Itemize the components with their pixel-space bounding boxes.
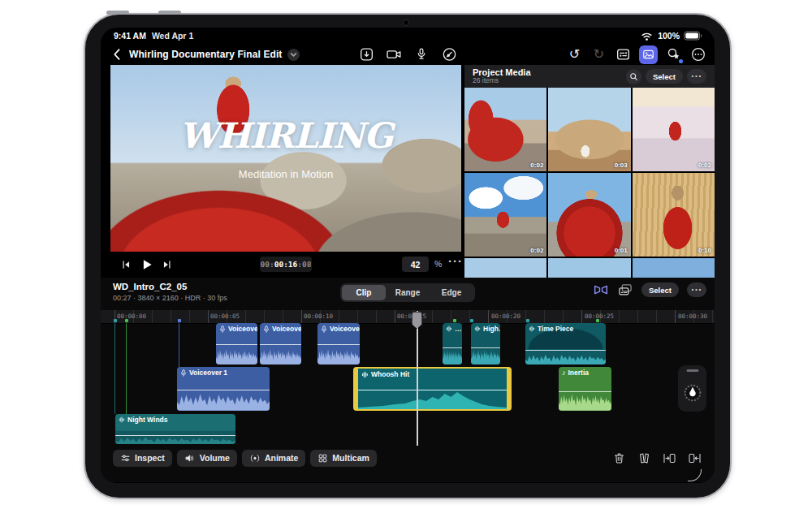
media-thumbnail[interactable]: 0:02 <box>464 173 546 257</box>
timecode-hours: 00: <box>261 260 274 269</box>
jog-wheel-widget[interactable] <box>678 365 706 412</box>
waveform-icon <box>361 371 369 378</box>
drag-handle[interactable] <box>686 369 698 372</box>
playhead-line[interactable] <box>417 311 418 446</box>
timeline-clip-meta: 00:27 · 3840 × 2160 · HDR · 30 fps <box>113 294 227 302</box>
pencil-tool-button[interactable] <box>441 46 458 63</box>
chevron-left-icon <box>112 48 121 61</box>
media-thumbnail[interactable]: 0:02 <box>464 88 546 171</box>
media-thumbnail[interactable] <box>464 258 546 278</box>
media-thumbnail[interactable]: 0:10 <box>633 173 715 257</box>
undo-button[interactable]: ↺ <box>566 46 583 63</box>
clip-marker-dot <box>470 319 473 322</box>
inspector-icon <box>615 46 632 63</box>
clip-marker-dot <box>178 319 181 322</box>
overwrite-clip-button[interactable] <box>688 451 702 465</box>
mic-icon <box>180 369 187 377</box>
sliders-icon <box>120 453 131 464</box>
clip-name: Voiceover 2 <box>228 325 257 333</box>
timecode-frames: :08 <box>297 260 311 269</box>
timecode-display[interactable]: 00:00:16:08 <box>260 257 312 272</box>
timeline-more-button[interactable]: ··· <box>687 283 706 297</box>
microphone-icon <box>414 46 430 63</box>
multicam-button[interactable]: Multicam <box>310 450 377 467</box>
media-thumbnail[interactable]: 0:02 <box>633 88 715 171</box>
pencil-icon <box>441 46 457 63</box>
timeline-select-button[interactable]: Select <box>641 283 679 297</box>
edit-mode-segmented-control: Clip Range Edge <box>340 283 475 302</box>
record-voiceover-button[interactable] <box>413 46 430 63</box>
more-button[interactable] <box>689 46 706 63</box>
clip-name: Time Piece <box>538 325 573 333</box>
media-thumbnail[interactable]: 0:03 <box>548 88 630 171</box>
mode-edge[interactable]: Edge <box>430 285 473 300</box>
media-select-button[interactable]: Select <box>646 69 683 84</box>
connect-clips-button[interactable] <box>593 282 609 298</box>
keyframe-icon <box>249 453 261 464</box>
status-bar: 9:41 AM Wed Apr 1 100% <box>101 28 715 44</box>
redo-button[interactable]: ↻ <box>590 46 607 63</box>
timeline-clip-timepiece[interactable]: Time Piece <box>525 323 606 364</box>
delete-button[interactable] <box>612 451 626 465</box>
media-thumbnail[interactable]: 0:01 <box>548 173 630 257</box>
insert-clip-button[interactable] <box>663 451 676 465</box>
inspector-button[interactable] <box>615 46 632 63</box>
grid-icon <box>317 453 328 464</box>
mode-range[interactable]: Range <box>386 285 430 300</box>
viewer-zoom-unit: % <box>434 259 442 269</box>
media-thumbnail[interactable] <box>548 258 630 278</box>
timeline-clip-voiceover3[interactable]: Voiceover 3 <box>317 323 360 364</box>
front-camera <box>403 19 409 26</box>
video-viewer[interactable]: WHIRLING Meditation in Motion <box>110 65 461 252</box>
blade-split-button[interactable] <box>637 451 651 465</box>
timeline-clip-truncated[interactable]: … <box>443 323 462 364</box>
media-browser-button[interactable] <box>639 45 658 64</box>
inspect-button[interactable]: Inspect <box>113 450 172 467</box>
mode-clip[interactable]: Clip <box>342 285 386 300</box>
blade-icon <box>637 451 651 465</box>
tool-label: Multicam <box>332 453 369 463</box>
effects-button[interactable] <box>665 46 682 63</box>
timeline-clip-night-winds[interactable]: Night Winds <box>115 414 235 444</box>
volume-button[interactable]: Volume <box>177 450 237 467</box>
skip-to-end-button[interactable] <box>162 259 173 270</box>
clip-name: Voiceover 3 <box>330 325 360 333</box>
playhead-handle[interactable] <box>412 312 422 329</box>
clip-appearance-button[interactable] <box>617 282 633 298</box>
play-button[interactable] <box>140 257 154 272</box>
import-media-button[interactable] <box>358 46 375 63</box>
clip-marker-dot <box>596 319 599 322</box>
camera-icon <box>386 46 403 63</box>
viewer-more-button[interactable]: ··· <box>448 254 463 268</box>
clip-marker-dot <box>125 319 128 322</box>
timeline-clip-voiceover1[interactable]: Voiceover 1 <box>177 367 270 411</box>
record-video-button[interactable] <box>386 46 403 63</box>
search-icon <box>629 72 638 81</box>
viewer-zoom-value[interactable]: 42 <box>402 257 429 272</box>
insert-icon <box>663 451 676 465</box>
timeline-clip-high[interactable]: High… <box>471 323 500 364</box>
back-button[interactable] <box>112 48 121 61</box>
jog-dial-icon <box>680 378 706 408</box>
waveform-icon <box>119 416 125 423</box>
skip-to-start-button[interactable] <box>120 259 132 270</box>
tool-label: Inspect <box>135 453 165 463</box>
timeline-ruler[interactable]: 00:00:00 00:00:05 00:00:10 00:00:15 00:0… <box>101 310 715 324</box>
clip-duration: 0:02 <box>698 162 711 169</box>
media-thumbnail[interactable] <box>633 258 715 278</box>
media-more-button[interactable]: ··· <box>687 69 706 84</box>
clip-name: Voiceover 2 <box>272 325 301 333</box>
play-icon <box>140 257 154 272</box>
music-note-icon: ♪ <box>562 369 566 377</box>
timeline-clip-voiceover2b[interactable]: Voiceover 2 <box>260 323 301 364</box>
animate-button[interactable]: Animate <box>242 450 305 467</box>
timeline-clip-inertia[interactable]: ♪Inertia <box>559 367 611 411</box>
tool-label: Animate <box>265 453 298 463</box>
undo-icon: ↺ <box>569 48 580 61</box>
desktop-background: 9:41 AM Wed Apr 1 100% <box>0 0 812 509</box>
waveform-icon <box>529 326 535 332</box>
timeline-clip-whoosh-hit-selected[interactable]: Whoosh Hit <box>353 367 512 411</box>
timeline-clip-voiceover2[interactable]: Voiceover 2 <box>216 323 257 364</box>
media-search-button[interactable] <box>626 69 641 84</box>
project-menu-button[interactable] <box>287 49 300 61</box>
